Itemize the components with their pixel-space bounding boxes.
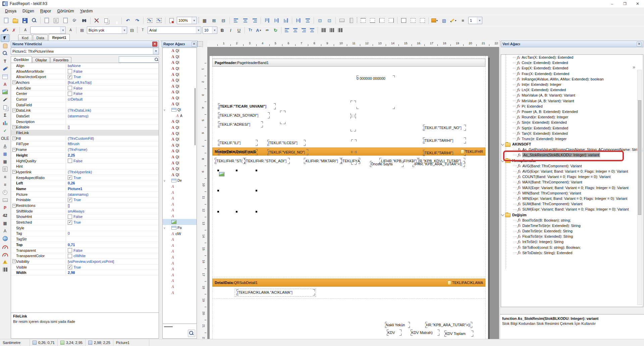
property-value[interactable]: ✓True [66, 74, 159, 79]
tab-kod[interactable]: Kod [18, 35, 32, 41]
fill-color-button[interactable]: ▼ [430, 16, 439, 25]
field-miktari[interactable]: .KLIFHR."MIKTARI"] [304, 158, 341, 164]
property-value[interactable]: (TfrxHyperlink) [66, 169, 159, 175]
property-value[interactable]: ✓True [66, 175, 159, 180]
pageheader-band[interactable]: PageHeader: PageHeaderBand1 [212, 59, 485, 67]
palette-subreport-object[interactable] [1, 104, 9, 111]
property-row-tagstr[interactable]: TagStr [11, 236, 159, 242]
chevron-down-icon[interactable]: ▼ [454, 19, 457, 22]
page-settings-button[interactable] [70, 16, 79, 25]
palette-pdf-object[interactable]: P [1, 204, 9, 212]
align-tops-button[interactable] [262, 16, 272, 25]
resize-handle[interactable] [256, 211, 257, 213]
palette-format-brush-tool[interactable] [1, 65, 9, 73]
checkbox-icon[interactable] [68, 69, 72, 73]
line-style-button[interactable]: ≡ [458, 16, 468, 25]
design-canvas[interactable]: PageHeader: PageHeaderBand1 MasterData: … [207, 47, 499, 339]
data-tree-function[interactable]: ƒxDateTimeToStr(e: Extended): String [501, 223, 643, 228]
palette-dialog-page-object[interactable] [1, 165, 9, 173]
same-height-button[interactable] [346, 16, 356, 25]
report-tree-item[interactable]: ∨Pa [163, 225, 197, 231]
palette-select-tool[interactable] [1, 34, 9, 42]
property-value[interactable]: ✓True [66, 197, 159, 203]
new-report-page-button[interactable] [42, 16, 51, 25]
report-tree-item[interactable]: A [163, 243, 197, 249]
data-tree-function[interactable]: ƒxArcTan(X: Extended): Extended [501, 55, 643, 60]
expand-icon[interactable]: + [12, 80, 16, 84]
property-value[interactable] [66, 225, 159, 231]
preview-button[interactable] [30, 16, 39, 25]
report-tree-item[interactable]: A [163, 237, 197, 243]
palette-hand-tool[interactable] [1, 42, 9, 50]
format-add-button[interactable]: ⊞ [78, 26, 86, 34]
palette-clock-object[interactable] [1, 188, 9, 196]
data-tree-function[interactable]: ƒxInt(e: Extended): Integer [501, 82, 643, 87]
report-tree-item[interactable] [163, 219, 197, 225]
chevron-down-icon[interactable]: ▼ [212, 27, 217, 34]
palette-table-object[interactable]: ▦ [1, 219, 9, 227]
underline-button[interactable]: U [235, 26, 243, 34]
frame-edit-button[interactable] [418, 16, 427, 25]
expander[interactable]: + [12, 136, 16, 140]
property-value[interactable] [66, 119, 159, 124]
data-tree-folder[interactable]: AKINSOFT [501, 141, 643, 147]
chevron-down-icon[interactable]: ▼ [192, 17, 197, 24]
property-row-top[interactable]: Top0,71 [11, 242, 159, 248]
property-value[interactable]: 2,25 [66, 153, 159, 158]
font-name-combo[interactable]: Arial▼ [148, 26, 201, 34]
detaildata-band[interactable]: DetailData: QRSubDetail1 TEKLIFACIKLAMA [212, 279, 485, 287]
space-vertically-button[interactable] [303, 16, 312, 25]
palette-checkbox-object[interactable]: ✓ [1, 127, 9, 134]
property-row-fill[interactable]: +Fill(TfrxCustomFill) [11, 136, 159, 141]
empty-text-object[interactable] [351, 101, 356, 115]
report-tree-item[interactable]: AQI [163, 77, 197, 83]
data-tree-function[interactable]: ƒxIntToStr(i: Integer): String [501, 239, 643, 244]
data-tree-function[interactable]: ƒxStrToDate(s: String): Extended [501, 250, 643, 255]
property-row-restrictions[interactable]: +Restrictions[] [11, 203, 159, 209]
report-tree-search-button[interactable] [188, 330, 195, 337]
report-tree-item[interactable]: AQI [163, 71, 197, 77]
property-row-hint[interactable]: Hint [11, 164, 159, 169]
data-tree-function[interactable]: ƒxRound(e: Extended): Integer [501, 114, 643, 120]
property-value[interactable] [66, 164, 159, 169]
show-grid-button[interactable]: ▦ [200, 16, 209, 25]
property-row-datalink[interactable]: +DataLink(TfrxDataLink) [11, 108, 159, 114]
field-ilcesi[interactable]: [TEKLIF."ILCESI"] [267, 140, 306, 146]
palette-ole-object[interactable]: OLE [1, 134, 9, 142]
data-tree-function[interactable]: ƒxTrunc(e: Extended): Integer [501, 136, 643, 141]
data-tree-function[interactable]: ƒxSqrt(e: Extended): Extended [501, 125, 643, 130]
cut-button[interactable] [92, 16, 101, 25]
palette-shape-object[interactable] [1, 196, 9, 204]
tab-data[interactable]: Data [33, 35, 48, 41]
report-tree-item[interactable]: AQI [163, 48, 197, 54]
property-row-datafield[interactable]: DataField [11, 102, 159, 108]
palette-gauge2-object[interactable] [1, 250, 9, 258]
palette-intersection-object[interactable] [1, 258, 9, 266]
inspector-search-input[interactable] [119, 57, 154, 62]
report-tree-item[interactable]: A [163, 266, 197, 272]
collapse-icon[interactable] [501, 213, 504, 216]
maximize-button[interactable]: ❐ [619, 0, 631, 7]
line-width-combo[interactable]: 1▼ [468, 17, 482, 24]
data-tree-function[interactable]: ƒxCos(e: Extended): Extended [501, 60, 643, 65]
expander[interactable]: + [12, 80, 16, 84]
data-tree-function[interactable]: ƒxPi: Extended [501, 104, 643, 109]
field-kpb-kdvli-tutar[interactable]: (R."KPB_KDVLI_TUTAR"] [418, 158, 465, 164]
palette-text-object[interactable]: A [1, 80, 9, 88]
checkbox-icon[interactable] [68, 159, 72, 163]
property-row-hightquality[interactable]: HightQualityFalse [11, 158, 159, 164]
property-row-hyperlink[interactable]: +Hyperlink(TfrxHyperlink) [11, 169, 159, 175]
collapse-icon[interactable]: ∨ [163, 226, 166, 230]
report-tree-item[interactable]: AA [163, 113, 197, 119]
align-rights-button[interactable] [250, 16, 259, 25]
expand-icon[interactable]: + [12, 148, 16, 152]
field-footer-ara-tutar[interactable]: HR."KPB_ARA_TUTAR">)] [425, 322, 472, 328]
property-value[interactable]: False [66, 214, 159, 220]
palette-list-object-2[interactable]: ≡ [1, 181, 9, 188]
highlight-button[interactable]: ab [263, 26, 271, 34]
expand-icon[interactable]: + [12, 136, 16, 140]
align-to-grid-button[interactable]: ⊞ [209, 16, 219, 25]
property-row-frame[interactable]: +Frame(TfrxFrame) [11, 147, 159, 153]
font-name-icon-button[interactable]: T [139, 26, 147, 34]
property-value[interactable]: ftBrush [66, 141, 159, 147]
